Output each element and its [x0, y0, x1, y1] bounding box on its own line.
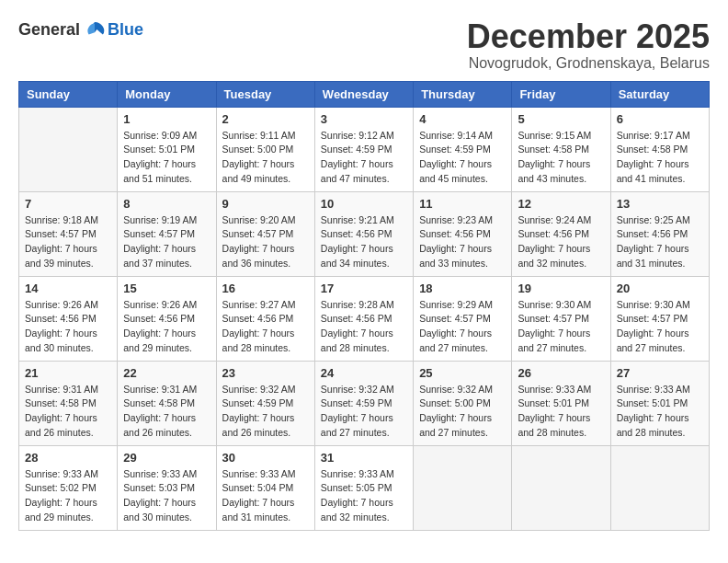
calendar-day-cell: 28Sunrise: 9:33 AMSunset: 5:02 PMDayligh…	[19, 445, 118, 530]
day-number: 8	[123, 197, 210, 211]
day-number: 27	[617, 366, 703, 380]
day-number: 29	[123, 451, 210, 465]
day-info: Sunrise: 9:20 AMSunset: 4:57 PMDaylight:…	[222, 213, 309, 271]
day-number: 14	[25, 282, 111, 295]
weekday-header: Saturday	[610, 81, 709, 107]
day-number: 21	[25, 366, 111, 380]
calendar-day-cell: 2Sunrise: 9:11 AMSunset: 5:00 PMDaylight…	[216, 107, 314, 191]
calendar-week-row: 28Sunrise: 9:33 AMSunset: 5:02 PMDayligh…	[19, 445, 710, 530]
day-info: Sunrise: 9:17 AMSunset: 4:58 PMDaylight:…	[617, 129, 703, 187]
calendar-day-cell: 13Sunrise: 9:25 AMSunset: 4:56 PMDayligh…	[610, 191, 709, 276]
day-info: Sunrise: 9:19 AMSunset: 4:57 PMDaylight:…	[123, 213, 210, 271]
day-number: 12	[518, 197, 604, 211]
day-number: 4	[419, 112, 506, 126]
weekday-header: Wednesday	[314, 81, 413, 107]
day-info: Sunrise: 9:23 AMSunset: 4:56 PMDaylight:…	[419, 213, 506, 271]
calendar-day-cell	[414, 445, 512, 530]
calendar-day-cell: 6Sunrise: 9:17 AMSunset: 4:58 PMDaylight…	[610, 107, 709, 191]
day-number: 2	[222, 112, 309, 126]
day-info: Sunrise: 9:18 AMSunset: 4:57 PMDaylight:…	[25, 213, 111, 271]
calendar-week-row: 14Sunrise: 9:26 AMSunset: 4:56 PMDayligh…	[19, 276, 710, 361]
calendar-day-cell: 25Sunrise: 9:32 AMSunset: 5:00 PMDayligh…	[414, 361, 512, 445]
day-info: Sunrise: 9:27 AMSunset: 4:56 PMDaylight:…	[222, 298, 309, 356]
day-info: Sunrise: 9:32 AMSunset: 5:00 PMDaylight:…	[419, 383, 506, 441]
title-section: December 2025 Novogrudok, Grodnenskaya, …	[467, 18, 710, 72]
day-number: 20	[617, 282, 703, 295]
calendar-day-cell: 1Sunrise: 9:09 AMSunset: 5:01 PMDaylight…	[118, 107, 216, 191]
day-info: Sunrise: 9:26 AMSunset: 4:56 PMDaylight:…	[123, 298, 210, 356]
day-number: 30	[222, 451, 309, 465]
day-number: 6	[617, 112, 703, 126]
day-info: Sunrise: 9:29 AMSunset: 4:57 PMDaylight:…	[419, 298, 506, 356]
day-info: Sunrise: 9:30 AMSunset: 4:57 PMDaylight:…	[518, 298, 604, 356]
calendar-day-cell: 4Sunrise: 9:14 AMSunset: 4:59 PMDaylight…	[414, 107, 512, 191]
day-number: 7	[25, 197, 111, 211]
month-title: December 2025	[467, 18, 710, 55]
day-info: Sunrise: 9:31 AMSunset: 4:58 PMDaylight:…	[25, 383, 111, 441]
day-info: Sunrise: 9:15 AMSunset: 4:58 PMDaylight:…	[518, 129, 604, 187]
calendar-table: SundayMondayTuesdayWednesdayThursdayFrid…	[18, 81, 710, 531]
day-number: 3	[321, 112, 407, 126]
day-info: Sunrise: 9:33 AMSunset: 5:03 PMDaylight:…	[123, 467, 210, 525]
weekday-header: Monday	[118, 81, 216, 107]
weekday-header: Sunday	[19, 81, 118, 107]
day-number: 19	[518, 282, 604, 295]
calendar-day-cell: 23Sunrise: 9:32 AMSunset: 4:59 PMDayligh…	[216, 361, 314, 445]
day-info: Sunrise: 9:33 AMSunset: 5:05 PMDaylight:…	[321, 467, 407, 525]
day-number: 22	[123, 366, 210, 380]
day-info: Sunrise: 9:09 AMSunset: 5:01 PMDaylight:…	[123, 129, 210, 187]
day-number: 11	[419, 197, 506, 211]
day-number: 26	[518, 366, 604, 380]
day-number: 25	[419, 366, 506, 380]
day-info: Sunrise: 9:33 AMSunset: 5:01 PMDaylight:…	[518, 383, 604, 441]
location-title: Novogrudok, Grodnenskaya, Belarus	[467, 55, 710, 72]
day-number: 5	[518, 112, 604, 126]
day-info: Sunrise: 9:31 AMSunset: 4:58 PMDaylight:…	[123, 383, 210, 441]
calendar-day-cell: 21Sunrise: 9:31 AMSunset: 4:58 PMDayligh…	[19, 361, 118, 445]
calendar-day-cell: 12Sunrise: 9:24 AMSunset: 4:56 PMDayligh…	[512, 191, 610, 276]
day-number: 31	[321, 451, 407, 465]
weekday-header: Tuesday	[216, 81, 314, 107]
day-info: Sunrise: 9:33 AMSunset: 5:04 PMDaylight:…	[222, 467, 309, 525]
calendar-day-cell: 16Sunrise: 9:27 AMSunset: 4:56 PMDayligh…	[216, 276, 314, 361]
weekday-header: Friday	[512, 81, 610, 107]
logo: General Blue	[18, 18, 143, 40]
day-info: Sunrise: 9:25 AMSunset: 4:56 PMDaylight:…	[617, 213, 703, 271]
day-number: 17	[321, 282, 407, 295]
calendar-week-row: 7Sunrise: 9:18 AMSunset: 4:57 PMDaylight…	[19, 191, 710, 276]
calendar-day-cell: 8Sunrise: 9:19 AMSunset: 4:57 PMDaylight…	[118, 191, 216, 276]
calendar-day-cell: 29Sunrise: 9:33 AMSunset: 5:03 PMDayligh…	[118, 445, 216, 530]
logo-general-text: General	[18, 20, 80, 40]
day-number: 24	[321, 366, 407, 380]
calendar-day-cell: 7Sunrise: 9:18 AMSunset: 4:57 PMDaylight…	[19, 191, 118, 276]
day-info: Sunrise: 9:24 AMSunset: 4:56 PMDaylight:…	[518, 213, 604, 271]
calendar-day-cell: 15Sunrise: 9:26 AMSunset: 4:56 PMDayligh…	[118, 276, 216, 361]
day-number: 9	[222, 197, 309, 211]
day-number: 18	[419, 282, 506, 295]
logo-icon	[84, 18, 106, 40]
calendar-week-row: 21Sunrise: 9:31 AMSunset: 4:58 PMDayligh…	[19, 361, 710, 445]
calendar-week-row: 1Sunrise: 9:09 AMSunset: 5:01 PMDaylight…	[19, 107, 710, 191]
calendar-day-cell: 26Sunrise: 9:33 AMSunset: 5:01 PMDayligh…	[512, 361, 610, 445]
weekday-header: Thursday	[414, 81, 512, 107]
calendar-day-cell: 5Sunrise: 9:15 AMSunset: 4:58 PMDaylight…	[512, 107, 610, 191]
calendar-day-cell: 19Sunrise: 9:30 AMSunset: 4:57 PMDayligh…	[512, 276, 610, 361]
day-info: Sunrise: 9:14 AMSunset: 4:59 PMDaylight:…	[419, 129, 506, 187]
calendar-day-cell	[512, 445, 610, 530]
day-info: Sunrise: 9:32 AMSunset: 4:59 PMDaylight:…	[321, 383, 407, 441]
day-info: Sunrise: 9:30 AMSunset: 4:57 PMDaylight:…	[617, 298, 703, 356]
calendar-day-cell: 22Sunrise: 9:31 AMSunset: 4:58 PMDayligh…	[118, 361, 216, 445]
day-info: Sunrise: 9:32 AMSunset: 4:59 PMDaylight:…	[222, 383, 309, 441]
calendar-day-cell: 14Sunrise: 9:26 AMSunset: 4:56 PMDayligh…	[19, 276, 118, 361]
logo-blue-text: Blue	[108, 20, 143, 40]
calendar-day-cell: 18Sunrise: 9:29 AMSunset: 4:57 PMDayligh…	[414, 276, 512, 361]
day-info: Sunrise: 9:33 AMSunset: 5:02 PMDaylight:…	[25, 467, 111, 525]
day-info: Sunrise: 9:12 AMSunset: 4:59 PMDaylight:…	[321, 129, 407, 187]
calendar-day-cell: 27Sunrise: 9:33 AMSunset: 5:01 PMDayligh…	[610, 361, 709, 445]
page-header: General Blue December 2025 Novogrudok, G…	[18, 18, 710, 72]
day-number: 23	[222, 366, 309, 380]
calendar-header-row: SundayMondayTuesdayWednesdayThursdayFrid…	[19, 81, 710, 107]
day-number: 28	[25, 451, 111, 465]
calendar-day-cell: 17Sunrise: 9:28 AMSunset: 4:56 PMDayligh…	[314, 276, 413, 361]
day-info: Sunrise: 9:28 AMSunset: 4:56 PMDaylight:…	[321, 298, 407, 356]
